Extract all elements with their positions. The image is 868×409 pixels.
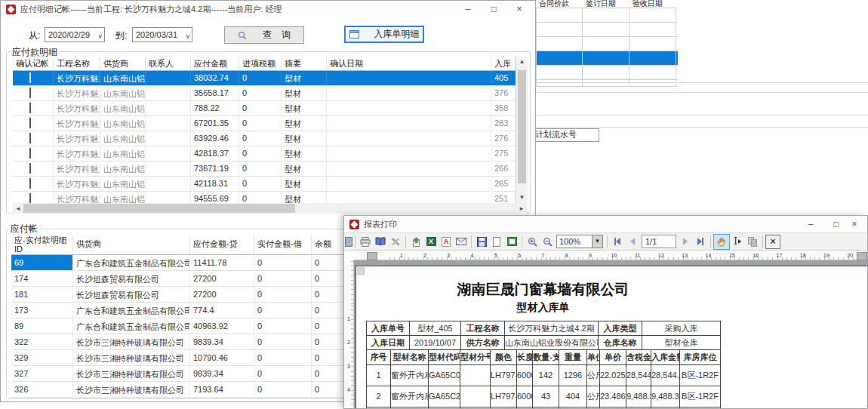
column-header-tax[interactable]: 进项税额 <box>239 57 282 70</box>
to-date-picker[interactable]: 2020/03/31 ∨ <box>132 27 192 42</box>
table-row[interactable]: 长沙万科魅力... 山东南山铝业... 35658.17 0 型材 376 <box>13 86 516 101</box>
scroll-up-arrow[interactable]: ▲ <box>516 57 528 67</box>
table-row[interactable]: 长沙万科魅力... 山东南山铝业... 42818.37 0 型材 275 <box>13 146 516 161</box>
minimize-button[interactable]: – <box>455 1 481 17</box>
confirm-checkbox[interactable] <box>29 133 31 143</box>
column-header-supplier[interactable]: 供货商 <box>73 235 190 254</box>
scroll-right-arrow[interactable]: ▸ <box>516 203 527 214</box>
ruler-number: 13 <box>673 251 697 260</box>
toolbar-separator <box>522 235 522 248</box>
previous-page-button[interactable] <box>625 235 640 249</box>
confirm-checkbox[interactable] <box>29 118 31 128</box>
plan-serial-field[interactable]: 计划流水号 <box>534 128 599 142</box>
from-date-picker[interactable]: 2020/02/29 ∨ <box>45 27 105 42</box>
minimize-button[interactable]: – <box>798 216 823 232</box>
empty-row[interactable] <box>536 22 678 36</box>
form-title: 型材入库单 <box>366 301 720 315</box>
horizontal-ruler: 123456789101112131415161718192021 <box>354 251 867 260</box>
toolbar-separator <box>710 235 711 248</box>
query-button[interactable]: 查 询 <box>224 26 304 44</box>
horizontal-scrollbar[interactable]: ◂ ▸ <box>13 203 527 214</box>
zoom-in-icon[interactable] <box>525 235 540 249</box>
payable-account-group-label: 应付帐 <box>8 223 40 235</box>
table-row[interactable]: 长沙万科魅力... 山东南山铝业... 42118.31 0 型材 265 <box>13 177 516 192</box>
scroll-left-arrow[interactable]: ◂ <box>13 203 23 214</box>
ruler-left-margin-marker[interactable] <box>367 252 377 260</box>
ruler-right-margin-marker[interactable] <box>857 252 867 260</box>
export-icon[interactable] <box>408 235 423 249</box>
selected-empty-row[interactable] <box>536 51 678 65</box>
toolbar-separator <box>355 235 356 248</box>
book-preview-icon[interactable] <box>373 235 388 249</box>
column-header-confirm-date[interactable]: 确认日期 <box>327 57 491 70</box>
page-indicator-input[interactable]: 1/1 <box>642 235 676 248</box>
table-row[interactable]: 长沙万科魅力... 山东南山铝业... 73671.19 0 型材 266 <box>13 161 516 177</box>
last-page-button[interactable] <box>693 235 708 249</box>
confirm-checkbox[interactable] <box>29 88 31 98</box>
table-row[interactable]: 长沙万科魅力... 山东南山铝业... 38032.74 0 型材 405 <box>13 71 516 86</box>
payable-detail-grid: 确认记帐 工程名称 供货商 联系人 应付金额 进项税额 摘要 确认日期 入库 长… <box>13 57 516 204</box>
window-titlebar[interactable]: 报表打印 <box>344 216 867 232</box>
scrollbar-thumb[interactable] <box>23 204 295 213</box>
zoom-out-icon[interactable] <box>540 235 555 249</box>
scrollbar-thumb[interactable] <box>518 70 526 183</box>
close-button[interactable]: × <box>506 1 532 17</box>
print-preview-area[interactable]: 湖南巨晟门窗幕墙有限公司 型材入库单 入库单号 型材_405 工程名称 长沙万科… <box>354 260 867 408</box>
column-header-project[interactable]: 工程名称 <box>54 57 100 70</box>
zoom-level-select[interactable]: 100% ▼ <box>556 235 603 248</box>
maximize-button[interactable]: □ <box>481 1 506 17</box>
column-header-summary[interactable]: 摘要 <box>282 57 327 70</box>
next-page-button[interactable] <box>678 235 693 249</box>
confirm-checkbox[interactable] <box>29 193 31 204</box>
ruler-number: 5 <box>484 251 507 260</box>
column-header-credit[interactable]: 应付金额-贷 <box>190 235 254 254</box>
first-page-button[interactable] <box>610 235 625 249</box>
column-header-contact[interactable]: 联系人 <box>146 57 191 70</box>
to-date-value: 2020/03/31 <box>136 30 177 39</box>
column-header-amount[interactable]: 应付金额 <box>191 57 239 70</box>
page-setup-icon[interactable] <box>489 235 504 249</box>
multipage-icon[interactable] <box>504 235 519 249</box>
confirm-checkbox[interactable] <box>29 178 31 189</box>
ruler-number: 1 <box>344 316 353 340</box>
column-header-supplier[interactable]: 供货商 <box>100 57 146 70</box>
pdf-export-icon[interactable]: A <box>439 235 454 249</box>
window-menu-icon[interactable] <box>345 235 352 249</box>
vertical-scrollbar[interactable]: ▲ ▼ <box>516 57 528 203</box>
column-header-inbound[interactable]: 入库 <box>491 57 516 70</box>
table-row[interactable]: 长沙万科魅力... 山东南山铝业... 67201.35 0 型材 283 <box>13 116 516 131</box>
email-icon[interactable] <box>454 235 469 249</box>
text-select-tool-button[interactable]: I <box>730 235 745 249</box>
excel-export-icon[interactable]: X <box>423 235 439 249</box>
empty-row[interactable] <box>536 65 678 79</box>
empty-row[interactable] <box>536 79 678 87</box>
column-header-contract-price[interactable]: 合同价款 <box>536 0 583 8</box>
column-header-accept-date[interactable]: 验收日期 <box>629 0 676 8</box>
inbound-detail-button[interactable]: 入库单明细 <box>344 26 424 43</box>
table-row[interactable]: 长沙万科魅力... 山东南山铝业... 63929.46 0 型材 276 <box>13 131 516 146</box>
print-icon[interactable] <box>358 235 373 249</box>
close-button[interactable]: × <box>849 216 860 232</box>
save-icon[interactable] <box>474 235 489 249</box>
copy-tool-icon[interactable] <box>745 235 760 249</box>
column-header-sign-date[interactable]: 签订日期 <box>583 0 629 8</box>
column-header-debit[interactable]: 实付金额-借 <box>254 235 312 254</box>
confirm-checkbox[interactable] <box>29 103 31 113</box>
ruler-number: 10 <box>602 251 626 260</box>
empty-row[interactable] <box>536 36 678 51</box>
hand-tool-button[interactable] <box>713 234 730 250</box>
empty-row[interactable] <box>536 8 678 22</box>
table-row[interactable]: 长沙万科魅力... 山东南山铝业... 788.22 0 型材 358 <box>13 101 516 116</box>
confirm-checkbox[interactable] <box>29 163 31 174</box>
close-preview-button[interactable]: × <box>765 235 780 249</box>
confirm-checkbox[interactable] <box>29 148 31 158</box>
column-header-detail-id[interactable]: 应-实付款明细ID <box>11 235 73 254</box>
scroll-down-arrow[interactable]: ▼ <box>516 192 528 203</box>
supplier-value: 山东南山铝业股份有限公司 <box>505 336 599 350</box>
toolbar-separator <box>471 235 472 248</box>
table-row[interactable]: 长沙万科魅力... 山东南山铝业... 94555.69 0 型材 251 <box>13 192 516 204</box>
tools-icon[interactable] <box>388 235 403 249</box>
confirm-checkbox[interactable] <box>29 72 31 83</box>
maximize-button[interactable]: □ <box>823 216 849 232</box>
chevron-down-icon: ∨ <box>185 29 190 43</box>
